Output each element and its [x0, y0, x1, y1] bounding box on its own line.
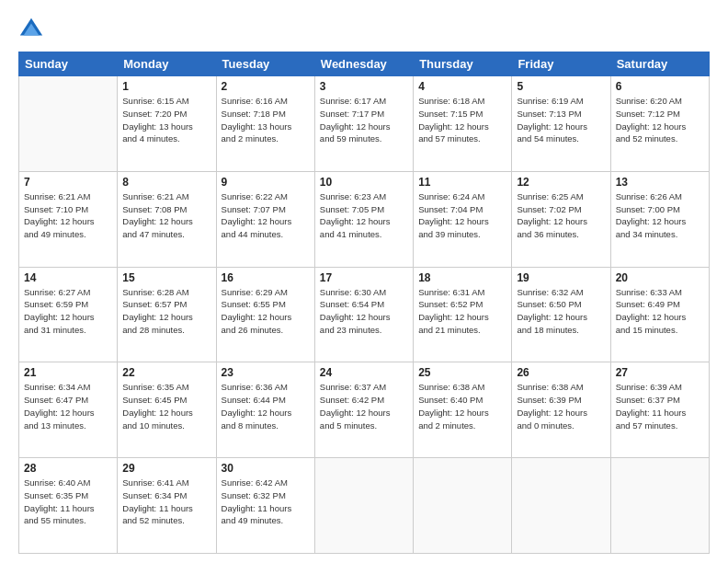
- day-info: Sunrise: 6:33 AM Sunset: 6:49 PM Dayligh…: [616, 286, 704, 337]
- calendar-cell: 6Sunrise: 6:20 AM Sunset: 7:12 PM Daylig…: [610, 76, 709, 172]
- day-info: Sunrise: 6:28 AM Sunset: 6:57 PM Dayligh…: [122, 286, 210, 337]
- calendar-cell: 14Sunrise: 6:27 AM Sunset: 6:59 PM Dayli…: [19, 267, 118, 362]
- day-number: 21: [24, 366, 112, 379]
- day-info: Sunrise: 6:38 AM Sunset: 6:40 PM Dayligh…: [418, 381, 506, 431]
- calendar-cell: 16Sunrise: 6:29 AM Sunset: 6:55 PM Dayli…: [216, 267, 314, 362]
- day-info: Sunrise: 6:29 AM Sunset: 6:55 PM Dayligh…: [222, 286, 310, 337]
- day-number: 22: [122, 366, 210, 379]
- day-info: Sunrise: 6:38 AM Sunset: 6:39 PM Dayligh…: [517, 381, 605, 431]
- calendar-cell: 18Sunrise: 6:31 AM Sunset: 6:52 PM Dayli…: [414, 267, 512, 362]
- day-info: Sunrise: 6:41 AM Sunset: 6:34 PM Dayligh…: [122, 477, 210, 527]
- calendar-cell: 30Sunrise: 6:42 AM Sunset: 6:32 PM Dayli…: [216, 458, 314, 554]
- calendar-cell: 3Sunrise: 6:17 AM Sunset: 7:17 PM Daylig…: [314, 76, 413, 172]
- day-number: 4: [418, 80, 506, 93]
- calendar-cell: 12Sunrise: 6:25 AM Sunset: 7:02 PM Dayli…: [512, 171, 610, 267]
- calendar-cell: 23Sunrise: 6:36 AM Sunset: 6:44 PM Dayli…: [216, 362, 314, 458]
- day-number: 6: [616, 80, 704, 93]
- day-info: Sunrise: 6:40 AM Sunset: 6:35 PM Dayligh…: [24, 477, 112, 527]
- calendar-cell: 4Sunrise: 6:18 AM Sunset: 7:15 PM Daylig…: [414, 76, 512, 172]
- day-number: 20: [616, 271, 704, 284]
- calendar-table: SundayMondayTuesdayWednesdayThursdayFrid…: [18, 52, 710, 554]
- col-header-monday: Monday: [118, 52, 216, 76]
- day-number: 12: [517, 176, 605, 189]
- day-number: 8: [122, 176, 210, 189]
- day-number: 24: [320, 366, 408, 379]
- day-number: 2: [222, 80, 310, 93]
- calendar-cell: 21Sunrise: 6:34 AM Sunset: 6:47 PM Dayli…: [19, 362, 118, 458]
- day-number: 10: [320, 176, 408, 189]
- day-number: 27: [616, 366, 704, 379]
- calendar-cell: 19Sunrise: 6:32 AM Sunset: 6:50 PM Dayli…: [512, 267, 610, 362]
- day-info: Sunrise: 6:39 AM Sunset: 6:37 PM Dayligh…: [616, 381, 704, 431]
- day-number: 11: [418, 176, 506, 189]
- day-number: 29: [122, 462, 210, 475]
- calendar-cell: 24Sunrise: 6:37 AM Sunset: 6:42 PM Dayli…: [314, 362, 413, 458]
- calendar-cell: 9Sunrise: 6:22 AM Sunset: 7:07 PM Daylig…: [216, 171, 314, 267]
- day-info: Sunrise: 6:27 AM Sunset: 6:59 PM Dayligh…: [24, 286, 112, 337]
- day-info: Sunrise: 6:20 AM Sunset: 7:12 PM Dayligh…: [616, 95, 704, 145]
- calendar-cell: 11Sunrise: 6:24 AM Sunset: 7:04 PM Dayli…: [414, 171, 512, 267]
- day-info: Sunrise: 6:31 AM Sunset: 6:52 PM Dayligh…: [418, 286, 506, 337]
- day-number: 23: [222, 366, 310, 379]
- day-info: Sunrise: 6:16 AM Sunset: 7:18 PM Dayligh…: [222, 95, 310, 145]
- calendar-cell: [19, 76, 118, 172]
- day-info: Sunrise: 6:19 AM Sunset: 7:13 PM Dayligh…: [517, 95, 605, 145]
- calendar-cell: 28Sunrise: 6:40 AM Sunset: 6:35 PM Dayli…: [19, 458, 118, 554]
- calendar-cell: 1Sunrise: 6:15 AM Sunset: 7:20 PM Daylig…: [118, 76, 216, 172]
- day-info: Sunrise: 6:15 AM Sunset: 7:20 PM Dayligh…: [122, 95, 210, 145]
- calendar-cell: [610, 458, 709, 554]
- day-info: Sunrise: 6:18 AM Sunset: 7:15 PM Dayligh…: [418, 95, 506, 145]
- day-number: 1: [122, 80, 210, 93]
- col-header-sunday: Sunday: [19, 52, 118, 76]
- calendar-cell: 29Sunrise: 6:41 AM Sunset: 6:34 PM Dayli…: [118, 458, 216, 554]
- calendar-cell: [314, 458, 413, 554]
- calendar-cell: 8Sunrise: 6:21 AM Sunset: 7:08 PM Daylig…: [118, 171, 216, 267]
- day-info: Sunrise: 6:37 AM Sunset: 6:42 PM Dayligh…: [320, 381, 408, 431]
- day-info: Sunrise: 6:25 AM Sunset: 7:02 PM Dayligh…: [517, 190, 605, 241]
- day-info: Sunrise: 6:42 AM Sunset: 6:32 PM Dayligh…: [222, 477, 310, 527]
- calendar-cell: 10Sunrise: 6:23 AM Sunset: 7:05 PM Dayli…: [314, 171, 413, 267]
- day-number: 30: [222, 462, 310, 475]
- logo-icon: [18, 17, 44, 42]
- day-number: 9: [222, 176, 310, 189]
- col-header-thursday: Thursday: [414, 52, 512, 76]
- day-number: 7: [24, 176, 112, 189]
- calendar-cell: 25Sunrise: 6:38 AM Sunset: 6:40 PM Dayli…: [414, 362, 512, 458]
- day-info: Sunrise: 6:21 AM Sunset: 7:08 PM Dayligh…: [122, 190, 210, 241]
- calendar-cell: 26Sunrise: 6:38 AM Sunset: 6:39 PM Dayli…: [512, 362, 610, 458]
- day-number: 13: [616, 176, 704, 189]
- day-info: Sunrise: 6:36 AM Sunset: 6:44 PM Dayligh…: [222, 381, 310, 431]
- day-number: 25: [418, 366, 506, 379]
- day-info: Sunrise: 6:24 AM Sunset: 7:04 PM Dayligh…: [418, 190, 506, 241]
- col-header-wednesday: Wednesday: [314, 52, 413, 76]
- calendar-cell: 20Sunrise: 6:33 AM Sunset: 6:49 PM Dayli…: [610, 267, 709, 362]
- calendar-cell: 22Sunrise: 6:35 AM Sunset: 6:45 PM Dayli…: [118, 362, 216, 458]
- day-info: Sunrise: 6:35 AM Sunset: 6:45 PM Dayligh…: [122, 381, 210, 431]
- calendar-cell: 27Sunrise: 6:39 AM Sunset: 6:37 PM Dayli…: [610, 362, 709, 458]
- day-number: 3: [320, 80, 408, 93]
- day-info: Sunrise: 6:21 AM Sunset: 7:10 PM Dayligh…: [24, 190, 112, 241]
- col-header-saturday: Saturday: [610, 52, 709, 76]
- day-info: Sunrise: 6:22 AM Sunset: 7:07 PM Dayligh…: [222, 190, 310, 241]
- day-info: Sunrise: 6:26 AM Sunset: 7:00 PM Dayligh…: [616, 190, 704, 241]
- calendar-cell: 5Sunrise: 6:19 AM Sunset: 7:13 PM Daylig…: [512, 76, 610, 172]
- day-number: 17: [320, 271, 408, 284]
- calendar-cell: 7Sunrise: 6:21 AM Sunset: 7:10 PM Daylig…: [19, 171, 118, 267]
- day-number: 14: [24, 271, 112, 284]
- day-info: Sunrise: 6:34 AM Sunset: 6:47 PM Dayligh…: [24, 381, 112, 431]
- day-number: 18: [418, 271, 506, 284]
- page-header: [18, 17, 710, 42]
- col-header-friday: Friday: [512, 52, 610, 76]
- calendar-cell: 13Sunrise: 6:26 AM Sunset: 7:00 PM Dayli…: [610, 171, 709, 267]
- calendar-cell: 17Sunrise: 6:30 AM Sunset: 6:54 PM Dayli…: [314, 267, 413, 362]
- day-info: Sunrise: 6:30 AM Sunset: 6:54 PM Dayligh…: [320, 286, 408, 337]
- calendar-cell: 2Sunrise: 6:16 AM Sunset: 7:18 PM Daylig…: [216, 76, 314, 172]
- day-info: Sunrise: 6:32 AM Sunset: 6:50 PM Dayligh…: [517, 286, 605, 337]
- day-number: 16: [222, 271, 310, 284]
- day-number: 5: [517, 80, 605, 93]
- day-info: Sunrise: 6:17 AM Sunset: 7:17 PM Dayligh…: [320, 95, 408, 145]
- calendar-cell: [512, 458, 610, 554]
- day-number: 26: [517, 366, 605, 379]
- calendar-cell: 15Sunrise: 6:28 AM Sunset: 6:57 PM Dayli…: [118, 267, 216, 362]
- day-number: 15: [122, 271, 210, 284]
